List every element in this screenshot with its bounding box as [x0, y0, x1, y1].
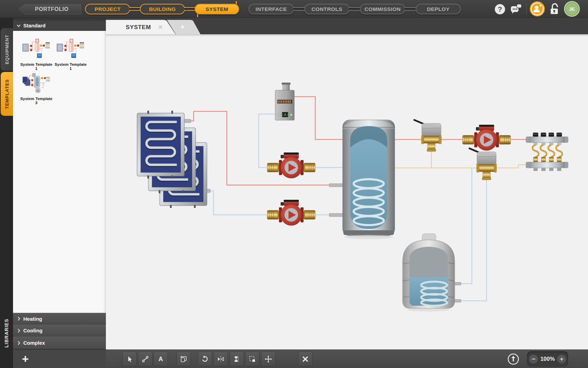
section-complex[interactable]: Complex: [13, 336, 106, 349]
pipe-boiler-supply[interactable]: [294, 97, 343, 139]
template-thumbnail: [22, 38, 51, 60]
tab-system[interactable]: SYSTEM ✕: [106, 20, 176, 34]
cooling-label: Cooling: [23, 328, 42, 333]
pump[interactable]: [463, 125, 511, 150]
portfolio-button[interactable]: PORTFOLIO: [18, 4, 82, 14]
add-library-button[interactable]: +: [19, 352, 32, 366]
zoom-in-button[interactable]: +: [557, 355, 566, 364]
workflow-link: [349, 7, 360, 11]
pump[interactable]: [267, 152, 315, 178]
fitting-tool[interactable]: [230, 352, 244, 366]
workflow-link: [130, 7, 140, 11]
tab-title: SYSTEM: [126, 20, 151, 35]
buffer-tank[interactable]: [403, 234, 455, 311]
canvas-shadow: [106, 34, 588, 37]
motorized-valve[interactable]: [414, 120, 441, 151]
schematic: 4.8.0: [106, 34, 588, 349]
templates-tab-label: TEMPLATES: [4, 79, 10, 109]
zoom-out-button[interactable]: −: [529, 355, 538, 364]
marquee-tool[interactable]: [245, 352, 259, 366]
buffer-port: [454, 299, 461, 302]
toolbar-drag-handle[interactable]: [573, 352, 581, 367]
manifold[interactable]: [526, 133, 568, 171]
rotate-tool[interactable]: [198, 352, 212, 366]
chevron-down-icon: [17, 24, 21, 27]
connector-icon: [141, 355, 149, 363]
move-icon: [264, 355, 272, 363]
connect-tool[interactable]: [138, 352, 152, 366]
workflow-link: [184, 7, 195, 11]
text-tool[interactable]: A: [154, 352, 168, 366]
delete-tool[interactable]: [298, 352, 313, 366]
account-add-icon[interactable]: [529, 1, 545, 17]
template-thumbnail: [56, 38, 85, 60]
nav-deploy[interactable]: DEPLOY: [416, 4, 461, 14]
section-standard[interactable]: Standard: [13, 21, 106, 31]
pipe-buffer-top[interactable]: [460, 168, 472, 284]
chevron-right-icon: [17, 341, 20, 345]
marquee-icon: [248, 355, 256, 363]
section-heating[interactable]: Heating: [13, 313, 106, 324]
boiler[interactable]: 4.8.0: [275, 83, 294, 120]
sidebar-tab-equipment[interactable]: EQUIPMENT: [1, 28, 13, 71]
nav-controls[interactable]: CONTROLS: [304, 4, 350, 14]
zoom-control: − 100% +: [527, 351, 568, 367]
tab-close-icon[interactable]: ✕: [158, 20, 163, 35]
template-thumbnail: [22, 73, 51, 95]
publish-button[interactable]: [506, 352, 520, 366]
collector-inlet: [207, 189, 210, 193]
heating-label: Heating: [23, 316, 42, 322]
template-name: System Template 3: [19, 97, 53, 105]
standard-label: Standard: [23, 23, 46, 28]
nav-building[interactable]: BUILDING: [140, 4, 185, 14]
help-icon[interactable]: ?: [494, 3, 506, 15]
nav-commission[interactable]: COMMISSION: [360, 4, 405, 14]
delete-icon: [301, 355, 309, 363]
pipe-boiler-return[interactable]: [259, 114, 343, 168]
templates-panel: System Template 1: [13, 31, 106, 313]
chevron-right-icon: [17, 329, 20, 333]
schematic-canvas[interactable]: 4.8.0: [106, 34, 588, 349]
boiler-display: 4.8.0: [281, 113, 289, 116]
storage-tank[interactable]: [343, 120, 395, 239]
move-tool[interactable]: [261, 352, 275, 366]
duplicate-icon: [180, 355, 188, 363]
templates-sidebar: Standard: [13, 18, 106, 368]
equipment-tab-label: EQUIPMENT: [4, 35, 10, 64]
duplicate-tool[interactable]: [176, 352, 191, 366]
pipe-distribution-return[interactable]: [395, 165, 526, 168]
select-tool[interactable]: [122, 352, 137, 366]
motorized-valve[interactable]: [469, 148, 497, 180]
pipe-buffer-bottom[interactable]: [460, 176, 487, 301]
toolbar-drag-handle[interactable]: [109, 352, 117, 367]
chat-icon[interactable]: [510, 3, 522, 15]
nav-project[interactable]: PROJECT: [85, 4, 130, 14]
left-tab-strip: EQUIPMENT TEMPLATES LIBRARIES: [0, 18, 13, 368]
template-item[interactable]: System Template 1: [19, 38, 53, 71]
template-item[interactable]: System Template 1: [53, 38, 88, 71]
document-tab-bar: + SYSTEM ✕: [106, 18, 588, 34]
sidebar-bottom-bar: +: [13, 349, 106, 368]
nav-system[interactable]: SYSTEM: [195, 4, 239, 14]
svg-text:A: A: [159, 356, 163, 363]
workflow-link: [293, 7, 305, 11]
unlock-icon[interactable]: [549, 3, 561, 15]
portfolio-label: PORTFOLIO: [35, 6, 69, 12]
solar-collector[interactable]: [137, 111, 184, 179]
svg-text:?: ?: [498, 5, 502, 13]
zoom-level: 100%: [538, 351, 557, 367]
topbar-divider: [526, 4, 527, 14]
mirror-tool[interactable]: [213, 352, 228, 366]
nav-interface[interactable]: INTERFACE: [248, 4, 294, 14]
avatar-initials: JE: [569, 7, 575, 12]
libraries-label: LIBRARIES: [0, 307, 13, 359]
template-item[interactable]: System Template 3: [19, 73, 53, 105]
text-icon: A: [157, 355, 165, 363]
pipe-solar-supply[interactable]: [191, 111, 331, 185]
pump[interactable]: [267, 200, 315, 225]
avatar[interactable]: JE: [564, 1, 580, 17]
collector-outlet: [184, 119, 191, 123]
sidebar-tab-templates[interactable]: TEMPLATES: [1, 72, 13, 116]
top-navigation-bar: PORTFOLIO PROJECT BUILDING SYSTEM INTERF…: [0, 0, 588, 18]
section-cooling[interactable]: Cooling: [13, 324, 106, 336]
